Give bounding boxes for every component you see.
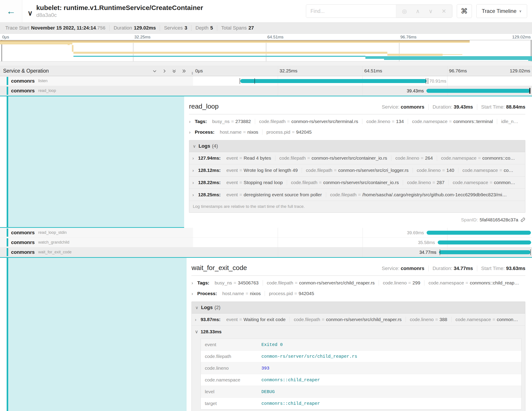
trace-minimap: 0μs 32.25ms 64.51ms 96.76ms 129.02ms <box>0 34 532 61</box>
span-timeline-cell[interactable]: 34.77ms <box>193 247 532 257</box>
copy-link-icon[interactable] <box>521 217 525 222</box>
tags-row[interactable]: › Tags: busy_ns=273882code.filepath=conm… <box>189 119 525 124</box>
log-field: code.namespace=conmonrs::co… <box>437 156 519 161</box>
trace-summary-bar: Trace StartNovember 15 2022, 11:24:14.75… <box>0 22 532 34</box>
trace-collapse-icon[interactable]: ∨ <box>28 10 33 17</box>
next-result-icon[interactable]: ∨ <box>429 9 433 14</box>
view-selector-button[interactable]: Trace Timeline ∨ <box>476 4 527 18</box>
locate-icon[interactable]: ◎ <box>402 9 407 14</box>
log-field: event=Waiting for exit code <box>222 317 290 322</box>
span-bar[interactable] <box>438 240 531 245</box>
chevron-right-icon: › <box>192 180 195 185</box>
detail-highlight <box>8 96 184 227</box>
log-marker <box>440 249 440 255</box>
span-service: conmonrs <box>11 249 35 255</box>
span-timeline-cell[interactable]: 70.91ms <box>193 76 532 86</box>
span-timeline-cell[interactable]: 39.69ms <box>193 228 532 237</box>
span-id-value: 5faf48165428c37a <box>480 217 518 223</box>
log-field-row: event Exited 0 <box>201 339 521 351</box>
ruler-tick: 32.25ms <box>280 68 297 73</box>
expand-one-icon[interactable] <box>162 68 167 73</box>
collapse-one-icon[interactable] <box>152 68 157 73</box>
span-detail-content: read_loop Service:conmonrs Duration:39.4… <box>184 96 532 228</box>
collapse-all-icon[interactable] <box>172 68 177 73</box>
log-entry[interactable]: › 128.22ms: event=Stopping read loopcode… <box>189 176 525 189</box>
span-bar[interactable] <box>439 250 531 254</box>
logs-note: Log timestamps are relative to the start… <box>189 201 525 213</box>
span-id-row: SpanID:5faf48165428c37a <box>189 217 525 223</box>
log-field: code.filepath=conmon-rs/server/src/cri_l… <box>302 168 413 173</box>
log-field: code.lineno=388 <box>406 317 451 322</box>
summary-services: Services3 <box>160 25 191 31</box>
log-field: code.lineno=140 <box>413 168 458 173</box>
span-timeline-cell[interactable]: 39.43ms <box>193 86 532 96</box>
span-color-accent <box>7 248 8 256</box>
log-field: code.filepath=conmon-rs/server/src/conta… <box>287 180 403 185</box>
log-field-row: level DEBUG <box>201 386 521 398</box>
service-operation-label: Service & Operation <box>3 68 49 74</box>
process-item: process.pid=942045 <box>265 291 318 296</box>
back-button[interactable]: ← <box>0 0 22 22</box>
process-row[interactable]: › Process: host.name=nixosprocess.pid=94… <box>189 129 525 135</box>
chevron-right-icon: › <box>192 192 195 197</box>
clear-search-icon[interactable]: ✕ <box>442 9 446 14</box>
minimap-tick: 64.51ms <box>267 35 284 39</box>
trace-id: d8a3a0c <box>36 12 203 18</box>
column-resizer-grip[interactable]: ‖ <box>191 71 193 76</box>
span-color-accent <box>7 238 8 246</box>
find-group: ◎ ∧ ∨ ✕ <box>306 4 452 18</box>
log-entry[interactable]: › 127.94ms: event=Read 4 bytescode.filep… <box>189 152 525 164</box>
minimap-tick: 96.76ms <box>400 35 417 39</box>
span-operation: read_loop <box>38 88 56 93</box>
minimap-canvas[interactable] <box>0 40 532 61</box>
ruler-tick: 0μs <box>195 68 203 73</box>
span-duration-label: 34.77ms <box>419 250 436 255</box>
logs-header[interactable]: ∨ Logs(4) <box>189 140 525 152</box>
log-entry[interactable]: › 128.25ms: event=deregistering event so… <box>189 189 525 201</box>
tag-item: code.namespace=conmonrs::child_reap… <box>424 280 523 285</box>
find-input[interactable] <box>306 5 396 18</box>
minimap-span-bar <box>387 54 443 56</box>
chevron-right-icon[interactable]: › <box>189 129 192 135</box>
tag-item: code.filepath=conmon-rs/server/src/termi… <box>255 119 362 124</box>
span-row-read-loop[interactable]: conmonrs read_loop 39.43ms <box>0 86 532 96</box>
log-entry[interactable]: › 93.87ms: event=Waiting for exit codeco… <box>192 313 525 326</box>
span-row-wait-for-exit-code[interactable]: conmonrs wait_for_exit_code 34.77ms <box>0 247 532 257</box>
log-marker <box>530 249 531 255</box>
logs-header[interactable]: ∨ Logs(2) <box>192 302 525 313</box>
span-row-watch-grandchild[interactable]: conmonrs watch_grandchild 35.58ms <box>0 238 532 247</box>
span-bar[interactable] <box>240 79 427 83</box>
jaeger-trace-page: ← ∨ kubelet: runtime.v1.RuntimeService/C… <box>0 0 532 411</box>
span-timeline-cell[interactable]: 35.58ms <box>193 238 532 247</box>
log-field: code.filepath=/home/sascha/.cargo/regist… <box>326 192 511 197</box>
timeline-column-header: Service & Operation ‖ 0μs 32.25ms 64.51m… <box>0 66 532 76</box>
minimap-tick: 129.02ms <box>512 35 531 39</box>
expand-all-icon[interactable] <box>181 68 186 73</box>
minimap-tick: 0μs <box>2 35 9 39</box>
chevron-right-icon[interactable]: › <box>189 119 192 124</box>
log-entry-expanded[interactable]: ∨ 128.33ms <box>192 326 525 338</box>
span-duration-label: 35.58ms <box>418 240 435 245</box>
minimap-span-bar <box>365 56 532 59</box>
minimap-span-bar <box>68 44 70 45</box>
log-field-row: code.lineno 393 <box>201 362 521 374</box>
tags-row[interactable]: › Tags: busy_ns=34506763code.filepath=co… <box>191 280 525 285</box>
span-color-accent <box>7 87 8 95</box>
minimap-tick: 32.25ms <box>134 35 151 39</box>
span-bar[interactable] <box>426 89 530 93</box>
chevron-down-icon: ∨ <box>519 9 522 13</box>
prev-result-icon[interactable]: ∧ <box>416 9 420 14</box>
summary-depth: Depth5 <box>191 25 217 31</box>
span-bar[interactable] <box>427 231 531 235</box>
span-row-read-loop-stdin[interactable]: conmonrs read_loop_stdin 39.69ms <box>0 228 532 238</box>
tag-item: busy_ns=34506763 <box>211 280 263 285</box>
chevron-right-icon[interactable]: › <box>191 280 195 285</box>
process-row[interactable]: › Process: host.name=nixosprocess.pid=94… <box>191 291 525 296</box>
keyboard-shortcuts-button[interactable]: ⌘ <box>457 4 472 18</box>
log-entry[interactable]: › 128.12ms: event=Wrote log line of leng… <box>189 164 525 176</box>
log-field: code.namespace=co… <box>458 168 517 173</box>
span-row-listen[interactable]: conmonrs listen 70.91ms <box>0 76 532 86</box>
log-field: code.namespace=conmon… <box>451 317 522 322</box>
chevron-right-icon[interactable]: › <box>191 291 195 296</box>
view-selector-label: Trace Timeline <box>482 8 517 14</box>
